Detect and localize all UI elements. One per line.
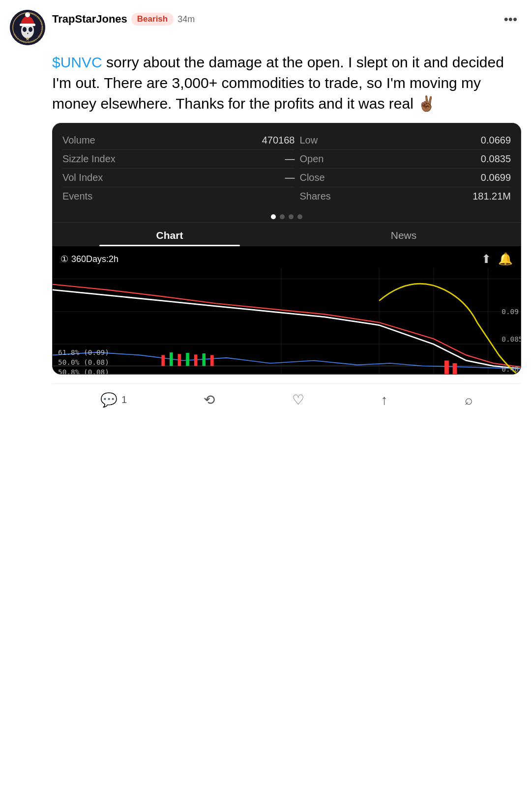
stat-vol-index: Vol Index —: [62, 169, 295, 187]
low-value: 0.0669: [481, 135, 511, 146]
volume-label: Volume: [62, 135, 95, 146]
close-label: Close: [299, 172, 324, 183]
svg-rect-5: [20, 24, 35, 26]
period-label: 360Days:2h: [71, 254, 118, 264]
stats-wrapper: Volume 470168 Sizzle Index — Vol Index —…: [53, 123, 521, 209]
post-container: SUCCESS HAS NO FACE • LOCAL TRAP STAR • …: [0, 0, 531, 416]
stats-col-right: Low 0.0669 Open 0.0835 Close 0.0699 Shar…: [299, 131, 511, 205]
volume-value: 470168: [262, 135, 295, 146]
chart-period[interactable]: ① 360Days:2h: [60, 254, 118, 264]
dot-3[interactable]: [289, 214, 294, 219]
vol-index-value: —: [285, 172, 295, 183]
username[interactable]: TrapStarJones: [52, 13, 127, 26]
stat-events: Events: [62, 187, 295, 205]
stat-shares: Shares 181.21M: [299, 187, 511, 205]
search-button[interactable]: ⌕: [465, 392, 473, 408]
stat-open: Open 0.0835: [299, 150, 511, 169]
shares-label: Shares: [299, 191, 330, 202]
svg-rect-22: [186, 353, 189, 366]
svg-point-3: [23, 27, 27, 32]
dot-2[interactable]: [280, 214, 285, 219]
close-value: 0.0699: [481, 172, 511, 183]
open-label: Open: [299, 153, 324, 165]
stat-sizzle: Sizzle Index —: [62, 150, 295, 169]
svg-rect-24: [202, 353, 206, 366]
svg-rect-27: [453, 363, 457, 374]
svg-text:61.8% (0.09): 61.8% (0.09): [58, 348, 109, 356]
like-button[interactable]: ♡: [292, 392, 304, 408]
comment-count: 1: [121, 394, 127, 406]
svg-rect-21: [178, 354, 181, 366]
comment-icon: 💬: [100, 392, 118, 408]
svg-rect-20: [170, 352, 173, 366]
ticker-link[interactable]: $UNVC: [52, 54, 102, 70]
svg-text:0.48: 0.48: [502, 365, 519, 373]
sizzle-value: —: [285, 153, 295, 165]
svg-text:50.8% (0.08): 50.8% (0.08): [58, 368, 109, 374]
stat-volume: Volume 470168: [62, 131, 295, 150]
post-actions: 💬 1 ⟲ ♡ ↑ ⌕: [52, 383, 521, 416]
chart-area: ① 360Days:2h ⬆ 🔔: [53, 246, 521, 374]
open-value: 0.0835: [481, 153, 511, 165]
tab-chart[interactable]: Chart: [53, 223, 287, 246]
svg-rect-26: [444, 360, 449, 374]
svg-text:0.09: 0.09: [502, 308, 519, 316]
retweet-icon: ⟲: [204, 392, 215, 408]
svg-rect-25: [210, 355, 214, 366]
chart-top-bar: ① 360Days:2h ⬆ 🔔: [53, 246, 521, 272]
stats-col-left: Volume 470168 Sizzle Index — Vol Index —…: [62, 131, 295, 205]
svg-text:0.085: 0.085: [502, 335, 521, 343]
avatar[interactable]: SUCCESS HAS NO FACE • LOCAL TRAP STAR •: [10, 10, 45, 45]
share-chart-icon[interactable]: ⬆: [481, 252, 491, 266]
more-options-button[interactable]: •••: [500, 10, 521, 29]
svg-point-4: [29, 27, 32, 32]
share-button[interactable]: ↑: [381, 392, 388, 408]
post-text: $UNVC sorry about the damage at the open…: [52, 52, 521, 114]
vol-index-label: Vol Index: [62, 172, 103, 183]
chart-actions: ⬆ 🔔: [481, 252, 513, 266]
alert-icon[interactable]: 🔔: [498, 252, 513, 266]
dot-1[interactable]: [271, 214, 276, 219]
period-icon: ①: [60, 254, 68, 264]
shares-value: 181.21M: [472, 191, 511, 202]
stock-card: Volume 470168 Sizzle Index — Vol Index —…: [52, 123, 521, 375]
post-body: $UNVC sorry about the damage at the open…: [10, 52, 521, 416]
share-icon: ↑: [381, 392, 388, 408]
header-info: TrapStarJones Bearish 34m: [52, 10, 493, 26]
svg-text:50.0% (0.08): 50.0% (0.08): [58, 358, 109, 366]
svg-rect-23: [194, 354, 198, 366]
search-icon: ⌕: [465, 392, 473, 408]
tab-news[interactable]: News: [287, 223, 521, 246]
sizzle-label: Sizzle Index: [62, 153, 116, 165]
svg-rect-19: [161, 355, 165, 366]
low-label: Low: [299, 135, 318, 146]
post-header: SUCCESS HAS NO FACE • LOCAL TRAP STAR • …: [10, 10, 521, 45]
dot-4[interactable]: [297, 214, 302, 219]
dots-indicator: [53, 209, 521, 222]
stat-low: Low 0.0669: [299, 131, 511, 150]
bearish-badge[interactable]: Bearish: [131, 13, 174, 26]
retweet-button[interactable]: ⟲: [204, 392, 215, 408]
tab-bar: Chart News: [53, 222, 521, 246]
timestamp: 34m: [177, 14, 195, 25]
like-icon: ♡: [292, 392, 304, 408]
post-text-content: sorry about the damage at the open. I sl…: [52, 54, 504, 112]
stat-close: Close 0.0699: [299, 169, 511, 187]
comment-button[interactable]: 💬 1: [100, 392, 127, 408]
events-label: Events: [62, 191, 92, 202]
